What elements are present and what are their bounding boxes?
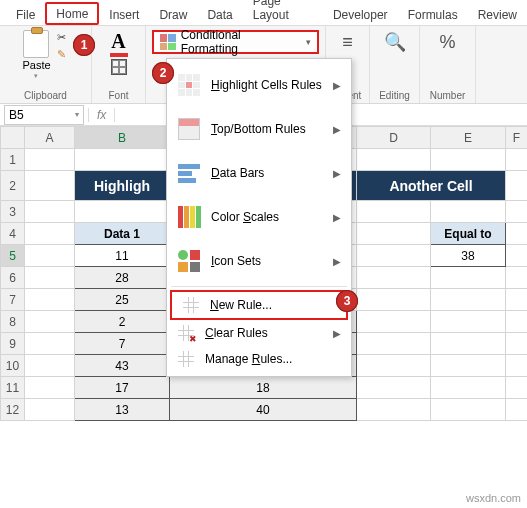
group-editing: 🔍 Editing — [370, 26, 420, 103]
col-B[interactable]: B — [75, 127, 170, 149]
name-box[interactable]: B5 ▾ — [4, 105, 84, 125]
group-label-clipboard: Clipboard — [24, 90, 67, 101]
paste-label: Paste — [22, 59, 50, 71]
menu-data-bars[interactable]: Data Bars ▶ — [167, 151, 351, 195]
callout-3: 3 — [336, 290, 358, 312]
tab-home[interactable]: Home — [45, 2, 99, 25]
clear-rules-icon — [177, 324, 195, 342]
menu-label: Clear Rules — [205, 326, 323, 340]
cell-B12[interactable]: 13 — [75, 399, 170, 421]
cell-F5[interactable]: 38 — [431, 245, 506, 267]
chevron-right-icon: ▶ — [333, 328, 341, 339]
cell-B11[interactable]: 17 — [75, 377, 170, 399]
cell-B5[interactable]: 11 — [75, 245, 170, 267]
manage-rules-icon — [177, 350, 195, 368]
select-all[interactable] — [1, 127, 25, 149]
ribbon-tabs: File Home Insert Draw Data Page Layout D… — [0, 0, 527, 26]
format-painter-icon[interactable]: ✎ — [55, 47, 69, 61]
group-label-editing: Editing — [379, 90, 410, 101]
conditional-formatting-menu: Highlight Cells Rules ▶ Top/Bottom Rules… — [166, 58, 352, 377]
tab-draw[interactable]: Draw — [149, 4, 197, 25]
group-label-font: Font — [108, 90, 128, 101]
conditional-formatting-label: Conditional Formatting — [181, 28, 299, 56]
col-E[interactable]: E — [431, 127, 506, 149]
cell-B7[interactable]: 25 — [75, 289, 170, 311]
menu-clear-rules[interactable]: Clear Rules ▶ — [167, 320, 351, 346]
callout-2: 2 — [152, 62, 174, 84]
font-color-swatch — [110, 53, 128, 57]
watermark: wsxdn.com — [466, 492, 521, 504]
highlight-cells-icon — [177, 73, 201, 97]
alignment-icon[interactable]: ≡ — [336, 30, 360, 54]
borders-icon[interactable] — [111, 59, 127, 75]
cell-C12[interactable]: 40 — [170, 399, 357, 421]
title-cell-left: Highligh — [75, 171, 170, 201]
menu-manage-rules[interactable]: Manage Rules... — [167, 346, 351, 372]
chevron-right-icon: ▶ — [333, 256, 341, 267]
paste-icon — [23, 30, 49, 58]
percent-icon[interactable]: % — [436, 30, 460, 54]
tab-page-layout[interactable]: Page Layout — [243, 0, 323, 25]
menu-new-rule[interactable]: New Rule... — [170, 290, 348, 320]
menu-top-bottom-rules[interactable]: Top/Bottom Rules ▶ — [167, 107, 351, 151]
col-F[interactable]: F — [506, 127, 528, 149]
col-A[interactable]: A — [25, 127, 75, 149]
chevron-down-icon: ▾ — [75, 110, 79, 119]
chevron-right-icon: ▶ — [333, 80, 341, 91]
menu-label: Icon Sets — [211, 254, 323, 268]
header-equal-to: Equal to — [431, 223, 506, 245]
cell-B8[interactable]: 2 — [75, 311, 170, 333]
top-bottom-icon — [177, 117, 201, 141]
conditional-formatting-button[interactable]: Conditional Formatting ▾ — [152, 30, 319, 54]
group-label-number: Number — [430, 90, 466, 101]
row-11: 111718 — [1, 377, 528, 399]
cell-B10[interactable]: 43 — [75, 355, 170, 377]
name-box-value: B5 — [9, 108, 24, 122]
menu-separator — [171, 286, 347, 287]
data-bars-icon — [177, 161, 201, 185]
fx-icon[interactable]: fx — [88, 108, 115, 122]
chevron-down-icon: ▾ — [306, 37, 311, 47]
title-cell-right: Another Cell — [357, 171, 506, 201]
cell-B6[interactable]: 28 — [75, 267, 170, 289]
tab-developer[interactable]: Developer — [323, 4, 398, 25]
color-scales-icon — [177, 205, 201, 229]
find-icon[interactable]: 🔍 — [383, 30, 407, 54]
menu-highlight-cells-rules[interactable]: Highlight Cells Rules ▶ — [167, 63, 351, 107]
menu-label: Color Scales — [211, 210, 323, 224]
cell-C11[interactable]: 18 — [170, 377, 357, 399]
paste-button[interactable]: Paste ▾ — [22, 30, 50, 80]
menu-label: Data Bars — [211, 166, 323, 180]
font-color-button[interactable]: A — [110, 30, 128, 57]
tab-formulas[interactable]: Formulas — [398, 4, 468, 25]
row-12: 121340 — [1, 399, 528, 421]
chevron-right-icon: ▶ — [333, 168, 341, 179]
tab-data[interactable]: Data — [197, 4, 242, 25]
chevron-right-icon: ▶ — [333, 212, 341, 223]
menu-label: Top/Bottom Rules — [211, 122, 323, 136]
menu-label: New Rule... — [210, 298, 336, 312]
group-font: A Font — [92, 26, 146, 103]
tab-insert[interactable]: Insert — [99, 4, 149, 25]
chevron-down-icon: ▾ — [34, 72, 38, 80]
chevron-right-icon: ▶ — [333, 124, 341, 135]
menu-icon-sets[interactable]: Icon Sets ▶ — [167, 239, 351, 283]
cell-B9[interactable]: 7 — [75, 333, 170, 355]
conditional-formatting-icon — [160, 34, 176, 50]
menu-color-scales[interactable]: Color Scales ▶ — [167, 195, 351, 239]
cut-icon[interactable]: ✂ — [55, 30, 69, 44]
col-D[interactable]: D — [357, 127, 431, 149]
tab-review[interactable]: Review — [468, 4, 527, 25]
menu-label: Highlight Cells Rules — [211, 78, 323, 92]
group-number: % Number — [420, 26, 476, 103]
new-rule-icon — [182, 296, 200, 314]
menu-label: Manage Rules... — [205, 352, 341, 366]
header-data1: Data 1 — [75, 223, 170, 245]
icon-sets-icon — [177, 249, 201, 273]
font-a-icon: A — [111, 30, 125, 53]
callout-1: 1 — [73, 34, 95, 56]
tab-file[interactable]: File — [6, 4, 45, 25]
